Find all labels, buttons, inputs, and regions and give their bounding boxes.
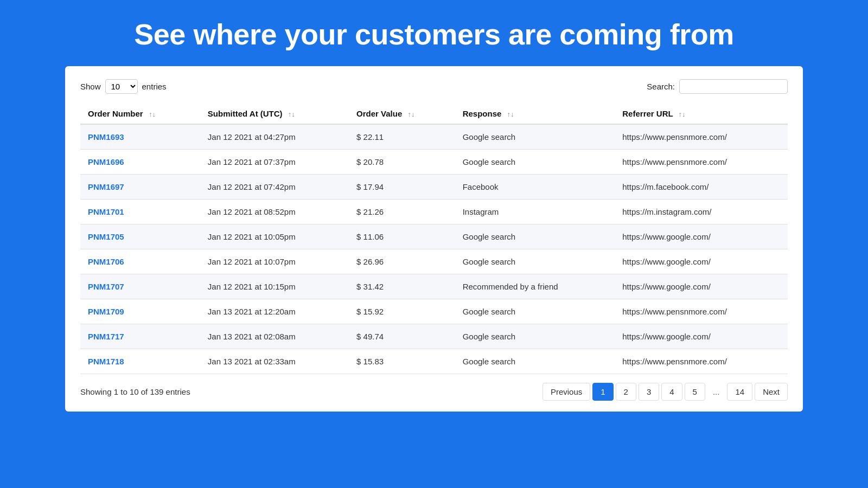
cell-order-number: PNM1717	[80, 324, 200, 349]
cell-response: Instagram	[455, 200, 615, 224]
cell-order-number: PNM1709	[80, 299, 200, 324]
cell-submitted-at: Jan 13 2021 at 02:08am	[200, 324, 349, 349]
table-row: PNM1717Jan 13 2021 at 02:08am$ 49.74Goog…	[80, 324, 788, 349]
cell-order-number: PNM1718	[80, 349, 200, 374]
cell-submitted-at: Jan 12 2021 at 10:05pm	[200, 224, 349, 249]
table-container: Show 10 25 50 100 entries Search: Order …	[65, 66, 803, 412]
cell-submitted-at: Jan 12 2021 at 10:07pm	[200, 249, 349, 274]
table-row: PNM1693Jan 12 2021 at 04:27pm$ 22.11Goog…	[80, 124, 788, 150]
order-number-link[interactable]: PNM1705	[88, 232, 124, 241]
header-row: Order Number ↑↓ Submitted At (UTC) ↑↓ Or…	[80, 104, 788, 124]
search-control: Search:	[647, 79, 788, 94]
table-row: PNM1697Jan 12 2021 at 07:42pm$ 17.94Face…	[80, 175, 788, 200]
cell-response: Google search	[455, 150, 615, 175]
order-number-link[interactable]: PNM1718	[88, 357, 124, 366]
cell-referrer-url: https://www.pensnmore.com/	[615, 299, 788, 324]
cell-response: Google search	[455, 299, 615, 324]
search-input[interactable]	[679, 79, 788, 94]
cell-order-number: PNM1707	[80, 274, 200, 299]
col-order-value-label: Order Value	[356, 109, 402, 118]
cell-response: Google search	[455, 224, 615, 249]
cell-order-value: $ 21.26	[349, 200, 455, 224]
data-table: Order Number ↑↓ Submitted At (UTC) ↑↓ Or…	[80, 104, 788, 374]
pagination-page-1[interactable]: 1	[592, 383, 613, 401]
cell-response: Google search	[455, 324, 615, 349]
show-entries-control: Show 10 25 50 100 entries	[80, 79, 167, 94]
pagination-previous[interactable]: Previous	[542, 383, 590, 401]
table-controls: Show 10 25 50 100 entries Search:	[80, 79, 788, 94]
order-number-link[interactable]: PNM1717	[88, 332, 124, 341]
cell-order-value: $ 17.94	[349, 175, 455, 200]
entries-select[interactable]: 10 25 50 100	[105, 79, 138, 94]
cell-order-value: $ 20.78	[349, 150, 455, 175]
sort-icon-submitted-at[interactable]: ↑↓	[288, 110, 295, 118]
col-order-number: Order Number ↑↓	[80, 104, 200, 124]
cell-order-number: PNM1705	[80, 224, 200, 249]
cell-order-value: $ 22.11	[349, 124, 455, 150]
cell-referrer-url: https://www.pensnmore.com/	[615, 150, 788, 175]
cell-response: Recommended by a friend	[455, 274, 615, 299]
order-number-link[interactable]: PNM1709	[88, 307, 124, 316]
cell-referrer-url: https://m.facebook.com/	[615, 175, 788, 200]
col-response-label: Response	[463, 109, 502, 118]
table-row: PNM1706Jan 12 2021 at 10:07pm$ 26.96Goog…	[80, 249, 788, 274]
pagination-ellipsis: ...	[707, 383, 725, 400]
col-order-number-label: Order Number	[88, 109, 143, 118]
cell-order-number: PNM1693	[80, 124, 200, 150]
cell-submitted-at: Jan 13 2021 at 02:33am	[200, 349, 349, 374]
show-label: Show	[80, 82, 101, 91]
cell-order-value: $ 11.06	[349, 224, 455, 249]
order-number-link[interactable]: PNM1707	[88, 282, 124, 291]
sort-icon-referrer-url[interactable]: ↑↓	[679, 110, 686, 118]
entries-label: entries	[142, 82, 167, 91]
pagination-page-14[interactable]: 14	[727, 383, 752, 401]
cell-response: Google search	[455, 124, 615, 150]
pagination-next[interactable]: Next	[755, 383, 788, 401]
table-row: PNM1709Jan 13 2021 at 12:20am$ 15.92Goog…	[80, 299, 788, 324]
pagination-page-5[interactable]: 5	[685, 383, 705, 401]
cell-submitted-at: Jan 12 2021 at 07:42pm	[200, 175, 349, 200]
order-number-link[interactable]: PNM1693	[88, 132, 124, 142]
cell-submitted-at: Jan 12 2021 at 10:15pm	[200, 274, 349, 299]
order-number-link[interactable]: PNM1701	[88, 207, 124, 216]
pagination-page-3[interactable]: 3	[639, 383, 659, 401]
cell-referrer-url: https://m.instagram.com/	[615, 200, 788, 224]
cell-order-number: PNM1697	[80, 175, 200, 200]
pagination-page-4[interactable]: 4	[661, 383, 682, 401]
cell-order-number: PNM1701	[80, 200, 200, 224]
cell-referrer-url: https://www.google.com/	[615, 324, 788, 349]
cell-submitted-at: Jan 12 2021 at 08:52pm	[200, 200, 349, 224]
cell-submitted-at: Jan 12 2021 at 07:37pm	[200, 150, 349, 175]
col-referrer-url: Referrer URL ↑↓	[615, 104, 788, 124]
cell-order-value: $ 15.83	[349, 349, 455, 374]
table-row: PNM1718Jan 13 2021 at 02:33am$ 15.83Goog…	[80, 349, 788, 374]
table-header: Order Number ↑↓ Submitted At (UTC) ↑↓ Or…	[80, 104, 788, 124]
pagination-page-2[interactable]: 2	[616, 383, 636, 401]
sort-icon-order-number[interactable]: ↑↓	[149, 110, 156, 118]
cell-order-value: $ 26.96	[349, 249, 455, 274]
sort-icon-order-value[interactable]: ↑↓	[407, 110, 414, 118]
cell-response: Google search	[455, 249, 615, 274]
cell-response: Google search	[455, 349, 615, 374]
table-row: PNM1696Jan 12 2021 at 07:37pm$ 20.78Goog…	[80, 150, 788, 175]
col-response: Response ↑↓	[455, 104, 615, 124]
sort-icon-response[interactable]: ↑↓	[507, 110, 514, 118]
cell-order-value: $ 49.74	[349, 324, 455, 349]
order-number-link[interactable]: PNM1706	[88, 257, 124, 266]
search-label: Search:	[647, 82, 675, 91]
table-footer: Showing 1 to 10 of 139 entries Previous1…	[80, 383, 788, 401]
cell-response: Facebook	[455, 175, 615, 200]
cell-order-value: $ 31.42	[349, 274, 455, 299]
order-number-link[interactable]: PNM1697	[88, 182, 124, 191]
cell-submitted-at: Jan 13 2021 at 12:20am	[200, 299, 349, 324]
table-row: PNM1707Jan 12 2021 at 10:15pm$ 31.42Reco…	[80, 274, 788, 299]
cell-referrer-url: https://www.pensnmore.com/	[615, 349, 788, 374]
cell-order-number: PNM1706	[80, 249, 200, 274]
cell-referrer-url: https://www.google.com/	[615, 224, 788, 249]
order-number-link[interactable]: PNM1696	[88, 157, 124, 166]
pagination: Previous12345...14Next	[542, 383, 788, 401]
page-header: See where your customers are coming from	[0, 0, 868, 66]
col-referrer-url-label: Referrer URL	[622, 109, 673, 118]
col-submitted-at-label: Submitted At (UTC)	[208, 109, 283, 118]
table-row: PNM1705Jan 12 2021 at 10:05pm$ 11.06Goog…	[80, 224, 788, 249]
